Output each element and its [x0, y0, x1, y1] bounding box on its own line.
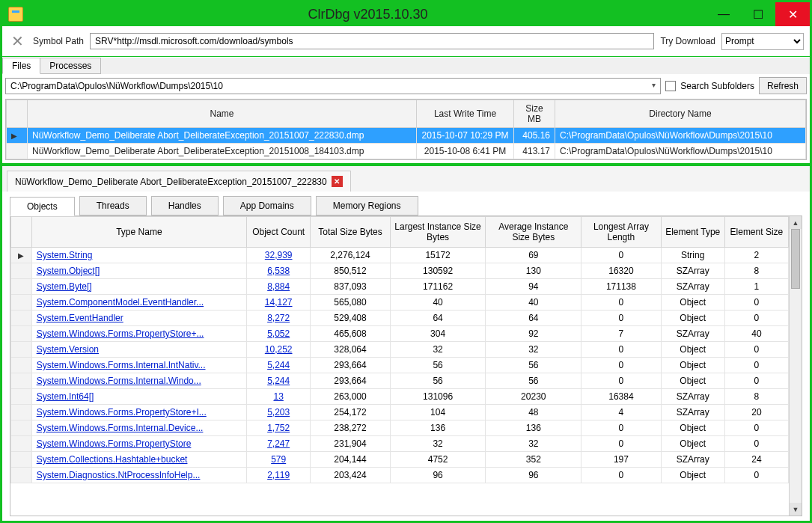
- tab-handles[interactable]: Handles: [151, 196, 219, 215]
- try-download-select[interactable]: Prompt: [721, 33, 804, 50]
- object-row[interactable]: System.Windows.Forms.PropertyStore+...5,…: [11, 326, 789, 342]
- folder-path-combo[interactable]: C:\ProgramData\Opulos\NüWorkflow\Dumps\2…: [5, 78, 661, 94]
- symbol-toolbar: ✕ Symbol Path Try Download Prompt: [2, 26, 810, 57]
- count-link[interactable]: 6,538: [267, 266, 290, 276]
- obj-largest: 136: [390, 420, 486, 436]
- obj-col-largest[interactable]: Largest Instance Size Bytes: [390, 217, 486, 248]
- count-link[interactable]: 8,272: [267, 313, 290, 323]
- obj-col-avg[interactable]: Average Instance Size Bytes: [486, 217, 581, 248]
- obj-arrlen: 197: [581, 452, 661, 468]
- object-row[interactable]: System.Version10,252328,06432320Object0: [11, 342, 789, 358]
- obj-col-arrlen[interactable]: Longest Array Length: [581, 217, 661, 248]
- obj-avg: 94: [486, 279, 581, 295]
- obj-arrlen: 16384: [581, 389, 661, 405]
- obj-type: System.Version: [31, 342, 246, 358]
- tab-objects[interactable]: Objects: [10, 197, 75, 216]
- obj-col-count[interactable]: Object Count: [247, 217, 311, 248]
- obj-rowheader-col[interactable]: [11, 217, 32, 248]
- count-link[interactable]: 5,244: [267, 360, 290, 370]
- count-link[interactable]: 1,752: [267, 423, 290, 433]
- object-row[interactable]: System.Int64[]13263,0001310962023016384S…: [11, 389, 789, 405]
- object-row[interactable]: System.EventHandler8,272529,40864640Obje…: [11, 311, 789, 326]
- files-col-size[interactable]: Size MB: [514, 100, 555, 128]
- count-link[interactable]: 5,244: [267, 376, 290, 386]
- type-link[interactable]: System.EventHandler: [37, 313, 123, 323]
- obj-largest: 130592: [390, 263, 486, 279]
- dump-tab[interactable]: NüWorkflow_Demo_Deliberate Abort_Deliber…: [7, 171, 351, 192]
- count-link[interactable]: 579: [271, 454, 286, 465]
- count-link[interactable]: 8,884: [267, 281, 290, 292]
- obj-eltype: Object: [661, 342, 724, 358]
- file-size: 413.17: [514, 144, 555, 159]
- count-link[interactable]: 13: [273, 391, 283, 402]
- file-row[interactable]: NüWorkflow_Demo_Deliberate Abort_Deliber…: [7, 144, 806, 159]
- titlebar[interactable]: ClrDbg v2015.10.30 — ☐ ✕: [2, 2, 810, 26]
- scroll-track[interactable]: [790, 229, 802, 503]
- obj-total: 231,904: [311, 436, 390, 452]
- type-link[interactable]: System.Windows.Forms.Internal.Device...: [37, 423, 204, 433]
- count-link[interactable]: 14,127: [265, 297, 293, 308]
- obj-arrlen: 4: [581, 405, 661, 420]
- type-link[interactable]: System.Object[]: [37, 266, 100, 276]
- object-row[interactable]: System.Windows.Forms.PropertyStore7,2472…: [11, 436, 789, 452]
- close-icon[interactable]: ✕: [8, 32, 27, 50]
- scroll-down-icon[interactable]: ▼: [790, 503, 802, 516]
- obj-col-total[interactable]: Total Size Bytes: [311, 217, 390, 248]
- tab-processes[interactable]: Processes: [40, 58, 101, 74]
- object-row[interactable]: System.Diagnostics.NtProcessInfoHelp...2…: [11, 468, 789, 483]
- type-link[interactable]: System.Version: [37, 344, 99, 355]
- maximize-button[interactable]: ☐: [741, 2, 775, 26]
- obj-col-type[interactable]: Type Name: [31, 217, 246, 248]
- object-row[interactable]: System.Windows.Forms.PropertyStore+I...5…: [11, 405, 789, 420]
- obj-total: 565,080: [311, 295, 390, 311]
- object-row[interactable]: System.Byte[]8,884837,09317116294171138S…: [11, 279, 789, 295]
- object-row[interactable]: System.ComponentModel.EventHandler...14,…: [11, 295, 789, 311]
- symbol-path-input[interactable]: [90, 33, 654, 49]
- object-row[interactable]: System.Windows.Forms.Internal.Device...1…: [11, 420, 789, 436]
- type-link[interactable]: System.Collections.Hashtable+bucket: [37, 454, 188, 465]
- object-row[interactable]: ▶System.String32,9392,276,12415172690Str…: [11, 248, 789, 263]
- type-link[interactable]: System.Windows.Forms.Internal.Windo...: [37, 376, 201, 386]
- tab-appdomains[interactable]: App Domains: [223, 196, 311, 215]
- files-rowheader-col[interactable]: [7, 100, 28, 128]
- files-col-lwt[interactable]: Last Write Time: [417, 100, 514, 128]
- type-link[interactable]: System.Diagnostics.NtProcessInfoHelp...: [37, 470, 201, 480]
- tab-files[interactable]: Files: [2, 58, 40, 74]
- close-button[interactable]: ✕: [775, 2, 810, 26]
- count-link[interactable]: 10,252: [265, 344, 293, 355]
- scroll-thumb[interactable]: [791, 229, 800, 289]
- row-indicator: [11, 373, 32, 389]
- tab-memoryregions[interactable]: Memory Regions: [316, 196, 418, 215]
- type-link[interactable]: System.ComponentModel.EventHandler...: [37, 297, 204, 308]
- tab-threads[interactable]: Threads: [79, 196, 147, 215]
- search-subfolders-checkbox[interactable]: [665, 81, 676, 91]
- files-col-name[interactable]: Name: [28, 100, 417, 128]
- vertical-scrollbar[interactable]: ▲ ▼: [789, 216, 802, 516]
- count-link[interactable]: 7,247: [267, 438, 290, 449]
- count-link[interactable]: 32,939: [265, 250, 293, 260]
- minimize-button[interactable]: —: [706, 2, 741, 26]
- type-link[interactable]: System.Int64[]: [37, 391, 94, 402]
- obj-col-elsize[interactable]: Element Size: [724, 217, 788, 248]
- obj-elsize: 0: [724, 342, 788, 358]
- file-row[interactable]: ▶NüWorkflow_Demo_Deliberate Abort_Delibe…: [7, 128, 806, 144]
- type-link[interactable]: System.Windows.Forms.PropertyStore: [37, 438, 192, 449]
- obj-largest: 40: [390, 295, 486, 311]
- refresh-button[interactable]: Refresh: [759, 77, 807, 94]
- type-link[interactable]: System.Windows.Forms.PropertyStore+I...: [37, 407, 207, 418]
- object-row[interactable]: System.Collections.Hashtable+bucket57920…: [11, 452, 789, 468]
- count-link[interactable]: 5,203: [267, 407, 290, 418]
- type-link[interactable]: System.Windows.Forms.PropertyStore+...: [37, 328, 204, 339]
- type-link[interactable]: System.Windows.Forms.Internal.IntNativ..…: [37, 360, 206, 370]
- object-row[interactable]: System.Windows.Forms.Internal.Windo...5,…: [11, 373, 789, 389]
- dump-tab-close-icon[interactable]: ✕: [332, 176, 343, 187]
- type-link[interactable]: System.String: [37, 250, 93, 260]
- scroll-up-icon[interactable]: ▲: [790, 216, 802, 229]
- type-link[interactable]: System.Byte[]: [37, 281, 92, 292]
- count-link[interactable]: 5,052: [267, 328, 290, 339]
- object-row[interactable]: System.Windows.Forms.Internal.IntNativ..…: [11, 358, 789, 373]
- object-row[interactable]: System.Object[]6,538850,5121305921301632…: [11, 263, 789, 279]
- files-col-dir[interactable]: Directory Name: [555, 100, 806, 128]
- count-link[interactable]: 2,119: [267, 470, 290, 480]
- obj-col-eltype[interactable]: Element Type: [661, 217, 724, 248]
